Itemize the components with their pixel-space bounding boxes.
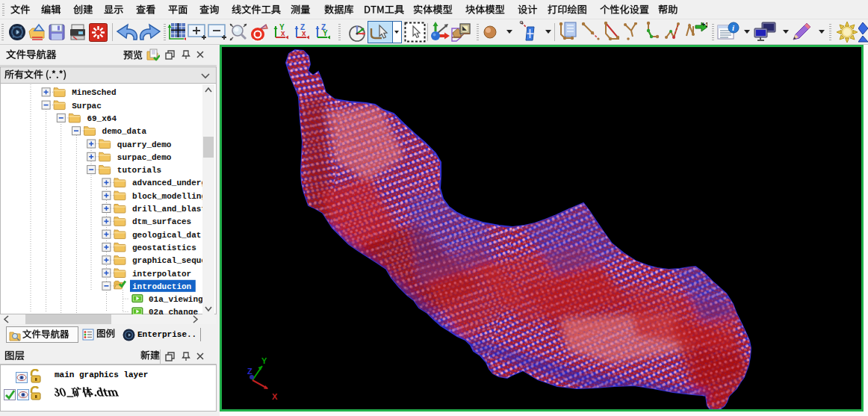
svg-text:demo_data: demo_data: [102, 127, 147, 136]
svg-text:introduction: introduction: [132, 282, 191, 291]
svg-text:dtm_surfaces: dtm_surfaces: [132, 217, 191, 226]
svg-text:advanced_underg: advanced_underg: [132, 178, 206, 187]
svg-text:Surpac: Surpac: [72, 102, 102, 111]
svg-text:interpolator: interpolator: [132, 270, 191, 279]
svg-text:tutorials: tutorials: [117, 166, 161, 175]
svg-text:geological_dat: geological_dat: [132, 231, 201, 240]
svg-text:Y: Y: [261, 356, 267, 365]
svg-text:+1: +1: [701, 21, 707, 28]
svg-text:Z: Z: [247, 367, 252, 376]
svg-text:drill_and_blast: drill_and_blast: [132, 205, 206, 214]
svg-text:X: X: [272, 392, 278, 401]
svg-text:x: x: [281, 29, 285, 37]
svg-text:MineSched: MineSched: [72, 88, 116, 97]
svg-text:surpac_demo: surpac_demo: [117, 153, 172, 162]
svg-text:x: x: [302, 29, 306, 37]
svg-text:Y: Y: [323, 29, 328, 37]
svg-text:01a_viewing: 01a_viewing: [149, 295, 203, 304]
svg-text:69_x64: 69_x64: [87, 114, 117, 123]
svg-text:graphical_seque: graphical_seque: [132, 256, 206, 265]
svg-text:block_modelling: block_modelling: [132, 192, 206, 201]
svg-text:quarry_demo: quarry_demo: [117, 140, 172, 149]
svg-text:geostatistics: geostatistics: [132, 243, 196, 252]
